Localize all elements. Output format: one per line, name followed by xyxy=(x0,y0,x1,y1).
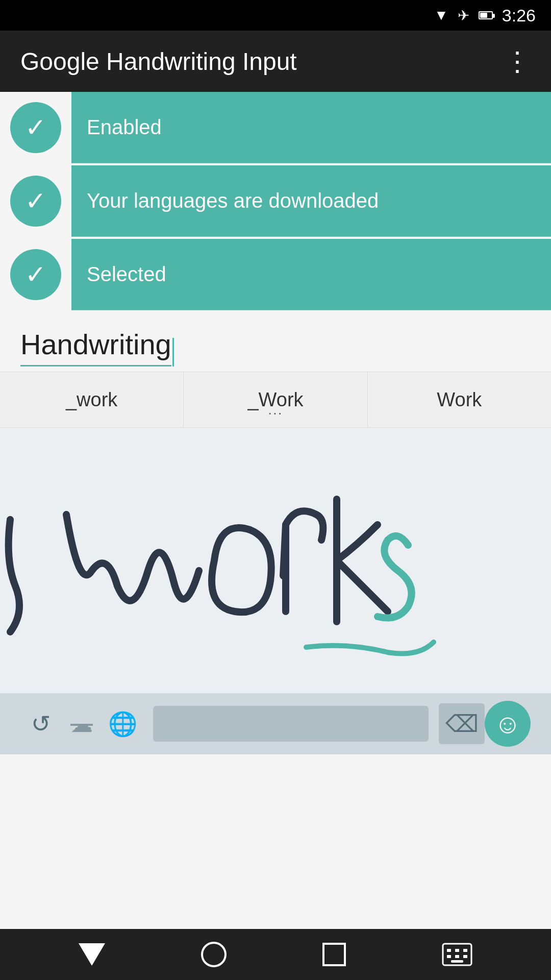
svg-rect-6 xyxy=(463,955,467,958)
checkmark-icon-3: ✓ xyxy=(25,262,46,287)
keyboard-toolbar: ↺ ☁ 🌐 ⌫ ☺ xyxy=(0,693,551,754)
step-label-1: Enabled xyxy=(87,116,162,139)
checkmark-icon-1: ✓ xyxy=(25,115,46,140)
step-check-2: ✓ xyxy=(0,165,71,237)
handwriting-svg xyxy=(0,428,551,693)
suggestion-3[interactable]: Work xyxy=(368,372,551,427)
overflow-menu-button[interactable]: ⋮ xyxy=(504,46,531,77)
app-bar-title: Google Handwriting Input xyxy=(20,47,297,76)
step-label-2: Your languages are downloaded xyxy=(87,189,379,212)
globe-button[interactable]: 🌐 xyxy=(102,703,143,744)
step-check-1: ✓ xyxy=(0,92,71,163)
suggestions-bar: _work _Work ··· Work xyxy=(0,372,551,428)
nav-home-button[interactable] xyxy=(201,942,227,967)
svg-rect-2 xyxy=(455,949,459,952)
step-check-3: ✓ xyxy=(0,239,71,310)
handwriting-canvas[interactable] xyxy=(0,428,551,693)
wifi-icon: ▼ xyxy=(434,7,448,23)
nav-back-button[interactable] xyxy=(79,943,105,966)
backspace-button[interactable]: ⌫ xyxy=(439,703,485,744)
no-handwriting-button[interactable]: ☁ xyxy=(61,703,102,744)
handwriting-input-text[interactable]: Handwriting xyxy=(20,328,171,366)
emoji-button[interactable]: ☺ xyxy=(485,701,531,747)
text-cursor xyxy=(172,338,174,366)
suggestion-text-3: Work xyxy=(437,389,482,411)
undo-icon: ↺ xyxy=(31,710,51,738)
no-handwriting-icon: ☁ xyxy=(70,711,93,737)
space-bar[interactable] xyxy=(153,706,429,742)
suggestion-text-1: _work xyxy=(66,389,117,411)
svg-rect-7 xyxy=(451,960,463,963)
suggestion-2[interactable]: _Work ··· xyxy=(184,372,367,427)
check-circle-2: ✓ xyxy=(10,176,61,227)
step-content-1: Enabled xyxy=(71,92,551,163)
svg-rect-4 xyxy=(447,955,451,958)
check-circle-1: ✓ xyxy=(10,102,61,153)
emoji-icon: ☺ xyxy=(494,708,521,739)
step-selected: ✓ Selected xyxy=(0,239,551,310)
back-icon xyxy=(79,943,105,966)
nav-keyboard-button[interactable] xyxy=(442,943,472,966)
status-icons: ▼ ✈ 3:26 xyxy=(434,6,536,26)
svg-rect-5 xyxy=(455,955,459,958)
undo-button[interactable]: ↺ xyxy=(20,703,61,744)
backspace-icon: ⌫ xyxy=(445,710,479,738)
suggestion-dots: ··· xyxy=(268,405,283,421)
check-circle-3: ✓ xyxy=(10,249,61,300)
nav-recents-button[interactable] xyxy=(322,943,346,966)
home-icon xyxy=(201,942,227,967)
suggestion-1[interactable]: _work xyxy=(0,372,184,427)
status-bar: ▼ ✈ 3:26 xyxy=(0,0,551,31)
globe-icon: 🌐 xyxy=(108,710,137,738)
status-time: 3:26 xyxy=(502,6,536,26)
svg-rect-3 xyxy=(463,949,467,952)
step-label-3: Selected xyxy=(87,263,166,286)
airplane-icon: ✈ xyxy=(458,7,469,24)
step-content-3: Selected xyxy=(71,239,551,310)
step-languages: ✓ Your languages are downloaded xyxy=(0,165,551,237)
checkmark-icon-2: ✓ xyxy=(25,188,46,214)
step-enabled: ✓ Enabled xyxy=(0,92,551,163)
nav-bar xyxy=(0,929,551,980)
step-content-2: Your languages are downloaded xyxy=(71,165,551,237)
keyboard-icon xyxy=(442,943,472,966)
battery-icon xyxy=(479,11,493,19)
svg-rect-1 xyxy=(447,949,451,952)
recents-icon xyxy=(322,943,346,966)
text-input-section: Handwriting xyxy=(0,312,551,372)
app-bar: Google Handwriting Input ⋮ xyxy=(0,31,551,92)
steps-section: ✓ Enabled ✓ Your languages are downloade… xyxy=(0,92,551,310)
